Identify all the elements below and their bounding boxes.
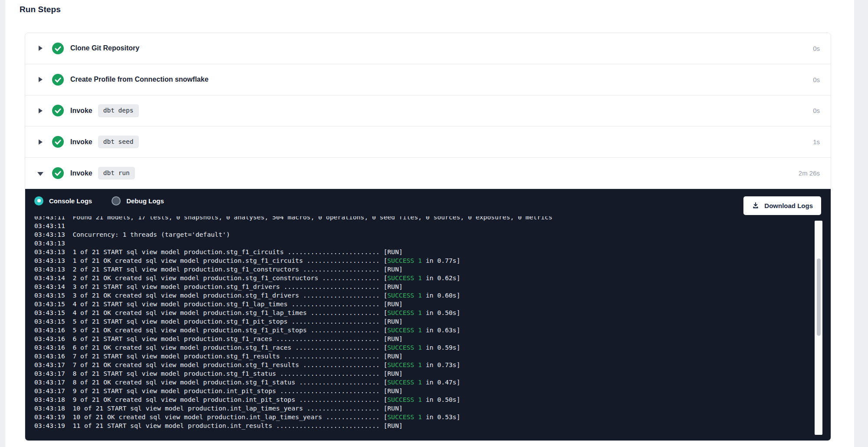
radio-unselected-icon[interactable] [112,196,121,205]
log-line: 03:43:15 5 of 21 START sql view model pr… [34,317,813,326]
success-check-icon [52,136,64,148]
log-line: 03:43:17 8 of 21 START sql view model pr… [34,369,813,378]
log-line: 03:43:15 4 of 21 OK created sql view mod… [34,308,813,317]
page-title: Run Steps [20,5,61,14]
step-label: Invoke [70,107,92,115]
log-line: 03:43:19 11 of 21 START sql view model p… [34,421,813,430]
download-icon [752,202,760,209]
log-line: 03:43:11 Found 21 models, 17 tests, 0 sn… [34,216,813,222]
log-line: 03:43:13 1 of 21 OK created sql view mod… [34,256,813,265]
log-line: 03:43:17 7 of 21 OK created sql view mod… [34,361,813,369]
step-label: Create Profile from Connection snowflake [70,76,208,83]
log-line: 03:43:13 [34,239,813,248]
step-label: Invoke [70,138,92,146]
run-steps-card: Clone Git Repository0sCreate Profile fro… [25,33,831,441]
log-viewport[interactable]: 03:43:11 Found 21 models, 17 tests, 0 sn… [25,216,813,437]
success-check-icon [52,105,64,116]
log-line: 03:43:17 8 of 21 OK created sql view mod… [34,378,813,387]
step-duration: 2m 26s [799,169,820,177]
step-duration: 0s [813,76,820,83]
log-line: 03:43:15 4 of 21 START sql view model pr… [34,300,813,308]
download-logs-button[interactable]: Download Logs [743,196,821,215]
success-check-icon [52,74,64,86]
step-row-5[interactable]: Invokedbt run2m 26s [25,158,831,189]
log-line: 03:43:17 9 of 21 START sql view model pr… [34,387,813,395]
log-line: 03:43:18 9 of 21 OK created sql view mod… [34,395,813,404]
debug-logs-label: Debug Logs [126,197,164,205]
success-check-icon [52,43,64,54]
step-label: Invoke [70,169,92,177]
log-line: 03:43:13 2 of 21 START sql view model pr… [34,265,813,274]
console-logs-label: Console Logs [49,197,92,205]
expand-caret-icon[interactable] [39,76,43,83]
expand-caret-icon[interactable] [39,139,43,145]
log-line: 03:43:16 7 of 21 START sql view model pr… [34,352,813,361]
log-line: 03:43:18 10 of 21 START sql view model p… [34,404,813,413]
console-logs-radio[interactable]: Console Logs [34,196,92,205]
step-command-badge: dbt seed [98,136,139,148]
step-rows: Clone Git Repository0sCreate Profile fro… [25,33,831,189]
download-logs-label: Download Logs [764,202,813,209]
log-panel: Console Logs Debug Logs Download Logs 03… [25,189,831,440]
step-row-2[interactable]: Create Profile from Connection snowflake… [25,64,831,96]
step-duration: 0s [813,45,820,52]
radio-selected-icon[interactable] [34,196,43,205]
collapse-caret-icon[interactable] [39,170,43,176]
expand-caret-icon[interactable] [39,108,43,114]
debug-logs-radio[interactable]: Debug Logs [112,196,164,205]
log-line: 03:43:13 Concurrency: 1 threads (target=… [34,230,813,239]
log-type-toggle: Console Logs Debug Logs [34,196,164,205]
log-line: 03:43:16 5 of 21 OK created sql view mod… [34,326,813,334]
step-command-badge: dbt run [98,167,135,179]
log-line: 03:43:11 [34,222,813,230]
log-line: 03:43:14 3 of 21 START sql view model pr… [34,282,813,291]
step-row-4[interactable]: Invokedbt seed1s [25,126,831,158]
log-scrollbar-track[interactable] [815,221,822,435]
log-line: 03:43:15 3 of 21 OK created sql view mod… [34,291,813,300]
console-log-output: 03:43:11 Found 21 models, 17 tests, 0 sn… [25,216,813,430]
step-row-1[interactable]: Clone Git Repository0s [25,33,831,64]
step-command-badge: dbt deps [98,104,139,117]
log-line: 03:43:16 6 of 21 START sql view model pr… [34,334,813,343]
log-line: 03:43:13 1 of 21 START sql view model pr… [34,248,813,256]
step-duration: 1s [813,138,820,146]
log-line: 03:43:14 2 of 21 OK created sql view mod… [34,274,813,282]
success-check-icon [52,167,64,179]
step-duration: 0s [813,107,820,114]
log-scrollbar-thumb[interactable] [817,258,821,336]
step-row-3[interactable]: Invokedbt deps0s [25,96,831,127]
log-line: 03:43:19 10 of 21 OK created sql view mo… [34,413,813,421]
expand-caret-icon[interactable] [39,45,43,51]
content-sheet: Run Steps Clone Git Repository0sCreate P… [5,0,854,447]
log-line: 03:43:16 6 of 21 OK created sql view mod… [34,343,813,352]
step-label: Clone Git Repository [70,44,139,52]
